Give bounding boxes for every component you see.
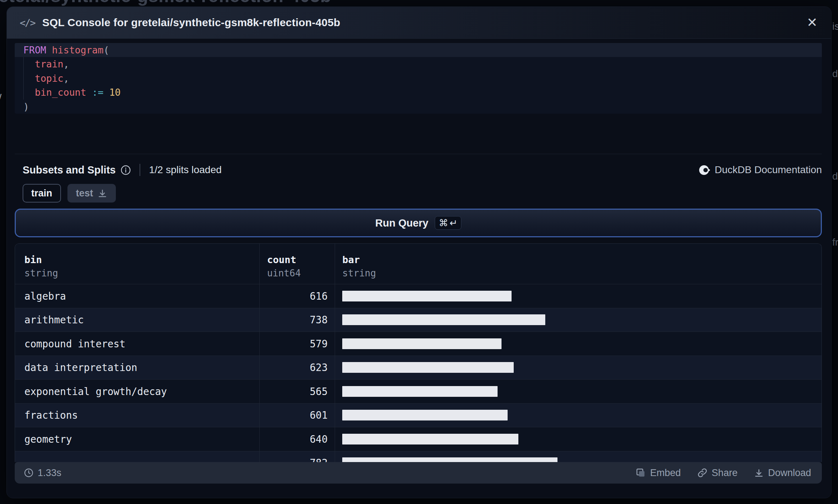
share-icon (697, 468, 707, 478)
cell-bar (335, 356, 821, 380)
cell-bar (335, 404, 821, 427)
subsets-and-splits-row: Subsets and Splits 1/2 splits loaded Duc… (15, 162, 822, 178)
table-row: algebra616 (15, 284, 821, 308)
table-row: geometry640 (15, 427, 821, 451)
command-key-icon: ⌘ (439, 218, 448, 228)
share-button[interactable]: Share (697, 467, 738, 479)
cell-bin: fractions (15, 404, 259, 427)
info-icon[interactable] (121, 165, 131, 175)
duckdb-logo-icon (699, 165, 710, 176)
section-divider (15, 154, 822, 154)
cell-bin: geometry (15, 427, 259, 451)
split-button-train[interactable]: train (23, 184, 61, 203)
cell-bin: data interpretation (15, 356, 259, 380)
cell-count: 616 (259, 284, 335, 308)
close-button[interactable]: ✕ (807, 16, 818, 29)
page: { "background": { "heading_fragment": "g… (0, 0, 838, 504)
code-line: train, (15, 57, 822, 71)
cell-count: 640 (259, 427, 335, 451)
code-line: topic, (15, 71, 822, 85)
code-line: bin_count := 10 (15, 85, 822, 99)
cell-count: 601 (259, 404, 335, 427)
background-text-fragment: d (832, 68, 838, 80)
cell-bar (335, 451, 821, 462)
code-icon: </> (20, 17, 35, 28)
code-line: FROM histogram( (15, 43, 822, 57)
cell-count: 782 (259, 451, 335, 462)
modal-header: </> SQL Console for gretelai/synthetic-g… (7, 7, 831, 39)
return-key-icon: ↵ (449, 218, 457, 228)
column-header-count: countuint64 (259, 244, 335, 284)
cell-bin: algebra (15, 284, 259, 308)
subsets-title: Subsets and Splits (23, 164, 116, 176)
cell-bin: exponential growth/decay (15, 380, 259, 403)
action-label: Embed (650, 467, 681, 479)
cell-count: 623 (259, 356, 335, 380)
duckdb-documentation-link[interactable]: DuckDB Documentation (699, 164, 822, 176)
results-table[interactable]: binstringcountuint64barstring algebra616… (15, 243, 822, 462)
table-row: compound interest579 (15, 332, 821, 356)
cell-count: 738 (259, 308, 335, 332)
histogram-bar (342, 314, 545, 325)
splits-row: traintest (15, 184, 116, 203)
run-query-button[interactable]: Run Query ⌘↵ (15, 209, 822, 237)
table-row: arithmetic738 (15, 308, 821, 332)
background-text-fragment: fr (832, 237, 838, 248)
vertical-separator (140, 164, 140, 176)
histogram-bar (342, 434, 518, 444)
table-row: 782 (15, 451, 821, 462)
table-row: exponential growth/decay565 (15, 379, 821, 403)
embed-button[interactable]: Embed (636, 467, 681, 479)
modal-title: SQL Console for gretelai/synthetic-gsm8k… (42, 16, 340, 29)
action-label: Download (768, 467, 811, 479)
histogram-bar (342, 338, 502, 349)
cell-bin: compound interest (15, 332, 259, 356)
sql-console-modal: </> SQL Console for gretelai/synthetic-g… (6, 6, 832, 498)
download-icon (754, 468, 764, 478)
histogram-bar (342, 386, 498, 397)
results-footer: 1.33s Embed Share Download (15, 462, 822, 484)
column-header-bar: barstring (335, 244, 821, 284)
query-duration: 1.33s (24, 467, 61, 479)
footer-actions: Embed Share Download (636, 467, 811, 479)
cell-bar (335, 284, 821, 308)
histogram-bar (342, 410, 508, 420)
split-label: test (76, 188, 93, 199)
table-row: data interpretation623 (15, 356, 821, 380)
download-icon (98, 189, 107, 198)
cell-bin (15, 451, 259, 462)
action-label: Share (712, 467, 738, 479)
code-line: ) (15, 100, 822, 114)
histogram-bar (342, 457, 557, 462)
histogram-bar (342, 362, 514, 373)
background-heading-fragment: gretelai/synthetic-gsm8k-reflection-405b (0, 0, 331, 4)
background-text-fragment: d (832, 171, 838, 182)
background-text-fragment: w (0, 90, 1, 102)
sql-code: FROM histogram( train, topic, bin_count … (15, 43, 822, 114)
cell-bin: arithmetic (15, 308, 259, 332)
background-text-fragment: is (832, 21, 838, 32)
embed-icon (636, 468, 646, 478)
cell-bar (335, 427, 821, 451)
download-button[interactable]: Download (754, 467, 811, 479)
results-table-body: algebra616arithmetic738compound interest… (15, 284, 821, 462)
splits-loaded-status: 1/2 splits loaded (149, 164, 221, 176)
cell-count: 579 (259, 332, 335, 356)
cell-bar (335, 380, 821, 403)
indent-guide (23, 57, 24, 99)
results-table-header: binstringcountuint64barstring (15, 244, 821, 284)
histogram-bar (342, 291, 512, 301)
keyboard-shortcut-badge: ⌘↵ (435, 216, 461, 230)
split-label: train (31, 188, 52, 199)
cell-bar (335, 308, 821, 332)
column-header-bin: binstring (15, 244, 259, 284)
cell-count: 565 (259, 380, 335, 403)
table-row: fractions601 (15, 403, 821, 427)
split-button-test[interactable]: test (67, 184, 116, 203)
cell-bar (335, 332, 821, 356)
run-query-label: Run Query (375, 217, 428, 229)
sql-editor[interactable]: FROM histogram( train, topic, bin_count … (15, 43, 822, 114)
clock-icon (24, 468, 33, 477)
